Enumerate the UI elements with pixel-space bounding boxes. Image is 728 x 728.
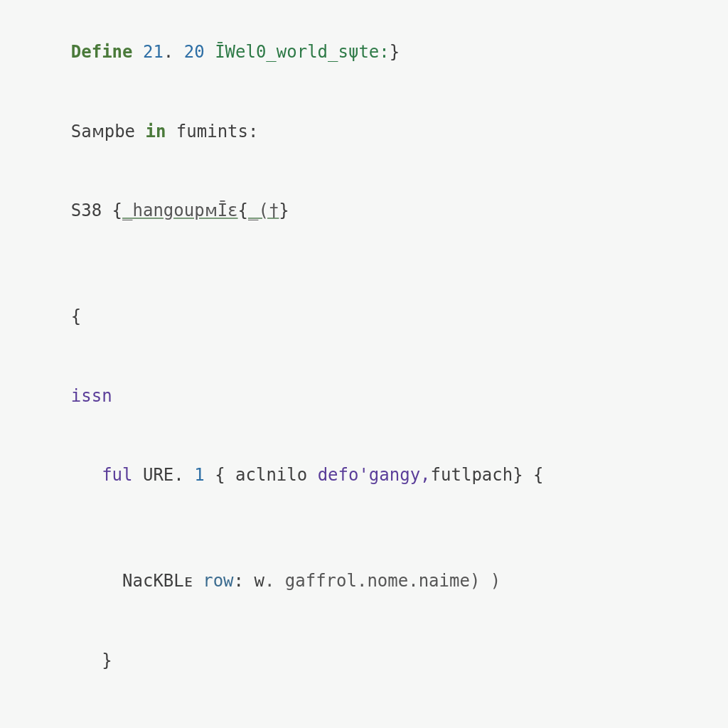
member-chain: . gaffrol.nome.naime) ): [264, 571, 500, 591]
brace-close: }: [102, 651, 112, 670]
brace-close: }: [279, 200, 289, 220]
keyword-ful: ful: [102, 465, 143, 485]
ident-defogangy: defo'gangy,: [318, 465, 431, 485]
ident-nackble: NacKBLᴇ: [122, 571, 203, 591]
space: [205, 465, 215, 485]
brace-open: {: [238, 200, 248, 220]
code-editor-area[interactable]: Define 21. 20 ῙWel0_world_sψte:} Saᴍpbe …: [0, 0, 728, 728]
brace-open: {: [112, 200, 122, 220]
code-line-11: }: [0, 700, 728, 728]
brace-open: {: [215, 465, 225, 485]
number-1: 1: [194, 465, 204, 485]
colon: :: [234, 571, 255, 591]
ident-ure: URE: [143, 465, 173, 485]
brace-close: }: [390, 42, 400, 62]
dot: .: [173, 465, 194, 485]
indent: [71, 651, 102, 670]
number-20: 20: [184, 42, 205, 62]
code-line-3: S38 {_hangoupᴍῙε{_(†}: [0, 171, 728, 251]
code-line-10: }: [0, 621, 728, 700]
indent: [71, 571, 122, 591]
code-line-5: {: [0, 277, 728, 357]
string-literal: ῙWel0_world_sψte:: [215, 42, 390, 62]
code-line-9: NacKBLᴇ row: w. gaffrol.nome.naime) ): [0, 542, 728, 621]
identifier-hangoup: _hangoupᴍῙε: [122, 200, 238, 220]
code-line-6: issn: [0, 356, 728, 436]
code-line-1: Define 21. 20 ῙWel0_world_sψte:}: [0, 13, 728, 92]
keyword-issn: issn: [71, 386, 112, 406]
ident-aclnilo: aclnilo: [225, 465, 318, 485]
code-line-2: Saᴍpbe in fumints:: [0, 92, 728, 172]
code-line-blank-8: [0, 515, 728, 542]
code-line-blank-4: [0, 251, 728, 277]
brace-open: {: [71, 306, 81, 326]
brace-open: {: [533, 465, 543, 485]
keyword-in: in: [146, 122, 166, 141]
dot: .: [164, 42, 184, 62]
text-part: Saᴍpbe: [71, 122, 146, 141]
space: [205, 42, 215, 62]
ident-w: w: [254, 571, 264, 591]
text-part: fumints:: [166, 122, 258, 141]
keyword-row: row: [203, 571, 233, 591]
ident-futlpach: futlpach: [431, 465, 513, 485]
underscored-part: _(†: [248, 200, 279, 220]
number-21: 21: [143, 42, 164, 62]
keyword-define: Define: [71, 42, 143, 62]
indent: [71, 465, 102, 485]
ident-s38: S38: [71, 200, 112, 220]
code-line-7: ful URE. 1 { aclnilo defo'gangy,futlpach…: [0, 436, 728, 515]
brace-close: }: [513, 465, 533, 485]
